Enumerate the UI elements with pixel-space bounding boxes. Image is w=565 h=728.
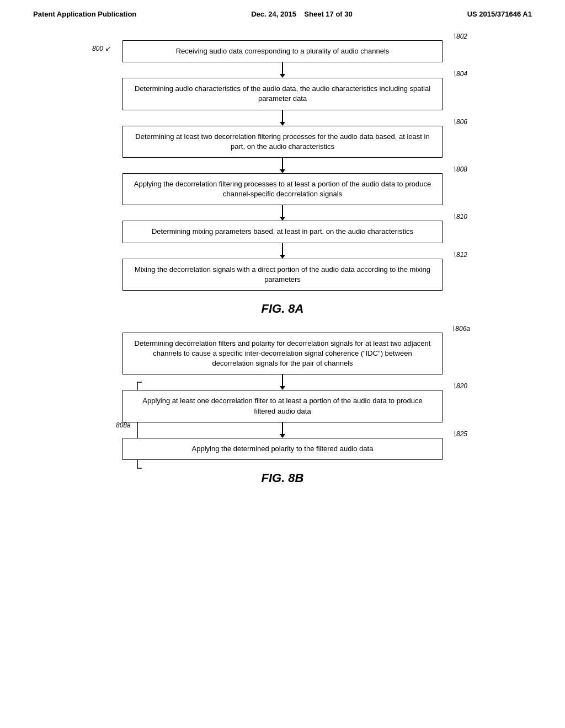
arrow-head bbox=[280, 386, 285, 390]
arrow-line bbox=[282, 158, 283, 169]
page-content: 800 ↙ ∖802 Receiving audio data correspo… bbox=[0, 24, 565, 518]
box-802: Receiving audio data corresponding to a … bbox=[122, 40, 443, 62]
arrow-2 bbox=[280, 110, 285, 126]
box-806-wrapper: ∖806 Determining at least two decorrelat… bbox=[44, 126, 521, 158]
box-806a-wrapper: ∖806a Determining decorrelation filters … bbox=[44, 333, 521, 375]
fig8a-label: FIG. 8A bbox=[44, 302, 521, 316]
page-header: Patent Application Publication Dec. 24, … bbox=[0, 0, 565, 24]
arrow-5 bbox=[280, 243, 285, 259]
arrow-line bbox=[282, 62, 283, 74]
box-812-wrapper: ∖812 Mixing the decorrelation signals wi… bbox=[44, 259, 521, 291]
header-patent-number: US 2015/371646 A1 bbox=[467, 10, 532, 18]
fig8a-flowchart: 800 ↙ ∖802 Receiving audio data correspo… bbox=[44, 40, 521, 291]
box-806a: Determining decorrelation filters and po… bbox=[122, 333, 443, 375]
box-820: Applying at least one decorrelation filt… bbox=[122, 390, 443, 422]
header-sheet: Sheet 17 of 30 bbox=[304, 10, 352, 18]
arrow-head bbox=[280, 169, 285, 173]
arrow-line bbox=[282, 422, 283, 434]
ref-806: ∖806 bbox=[452, 118, 467, 126]
bracket-inner: ∖820 Applying at least one decorrelation… bbox=[122, 390, 443, 460]
ref-810: ∖810 bbox=[452, 213, 467, 221]
ref-825: ∖825 bbox=[452, 430, 467, 438]
bracket-section: 808a ∖820 Applying at least one decorrel… bbox=[44, 390, 521, 460]
ref-804: ∖804 bbox=[452, 70, 467, 78]
arrow-3 bbox=[280, 158, 285, 173]
arrow-head bbox=[280, 74, 285, 78]
start-ref-800: 800 ↙ bbox=[92, 45, 110, 52]
fig8b-label: FIG. 8B bbox=[44, 471, 521, 485]
arrow-line bbox=[282, 374, 283, 386]
box-802-wrapper: 800 ↙ ∖802 Receiving audio data correspo… bbox=[44, 40, 521, 62]
arrow-head bbox=[280, 255, 285, 259]
header-date: Dec. 24, 2015 bbox=[251, 10, 296, 18]
box-806: Determining at least two decorrelation f… bbox=[122, 126, 443, 158]
arrow-head bbox=[280, 434, 285, 438]
arrow-head bbox=[280, 217, 285, 221]
arrow-4 bbox=[280, 205, 285, 221]
arrow-6 bbox=[280, 374, 285, 390]
box-810: Determining mixing parameters based, at … bbox=[122, 221, 443, 243]
arrow-line bbox=[282, 110, 283, 122]
header-publication: Patent Application Publication bbox=[33, 10, 136, 18]
bracket-ref-808a: 808a bbox=[116, 421, 131, 429]
ref-806a: ∖806a bbox=[451, 325, 470, 333]
box-804: Determining audio characteristics of the… bbox=[122, 78, 443, 110]
arrow-line bbox=[282, 205, 283, 217]
fig8b-flowchart: ∖806a Determining decorrelation filters … bbox=[44, 333, 521, 460]
ref-808: ∖808 bbox=[452, 165, 467, 173]
ref-802: ∖802 bbox=[452, 33, 467, 40]
box-804-wrapper: ∖804 Determining audio characteristics o… bbox=[44, 78, 521, 110]
box-808-wrapper: ∖808 Applying the decorrelation filterin… bbox=[44, 173, 521, 205]
ref-812: ∖812 bbox=[452, 251, 467, 259]
box-820-wrapper: ∖820 Applying at least one decorrelation… bbox=[122, 390, 443, 422]
box-808: Applying the decorrelation filtering pro… bbox=[122, 173, 443, 205]
ref-820: ∖820 bbox=[452, 382, 467, 390]
arrow-line bbox=[282, 243, 283, 255]
box-810-wrapper: ∖810 Determining mixing parameters based… bbox=[44, 221, 521, 243]
arrow-1 bbox=[280, 62, 285, 78]
box-825-wrapper: ∖825 Applying the determined polarity to… bbox=[122, 438, 443, 460]
box-825: Applying the determined polarity to the … bbox=[122, 438, 443, 460]
arrow-7 bbox=[280, 422, 285, 438]
arrow-head bbox=[280, 122, 285, 126]
box-812: Mixing the decorrelation signals with a … bbox=[122, 259, 443, 291]
header-date-sheet: Dec. 24, 2015 Sheet 17 of 30 bbox=[251, 10, 353, 18]
